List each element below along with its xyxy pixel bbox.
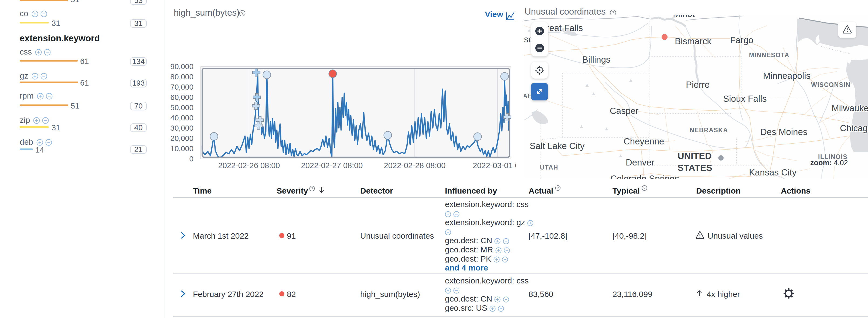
svg-text:70,000: 70,000 [170, 83, 193, 91]
svg-text:40,000: 40,000 [170, 114, 193, 122]
svg-text:80,000: 80,000 [170, 73, 193, 81]
svg-text:?: ? [644, 186, 645, 190]
svg-text:20,000: 20,000 [170, 134, 193, 143]
svg-text:30,000: 30,000 [170, 124, 193, 132]
svg-text:2022-02-27 08:00: 2022-02-27 08:00 [301, 161, 363, 170]
svg-text:50,000: 50,000 [170, 104, 193, 112]
svg-text:2022-02-26 08:00: 2022-02-26 08:00 [218, 161, 280, 170]
svg-text:2022-02-28 08:00: 2022-02-28 08:00 [384, 161, 446, 170]
svg-text:?: ? [612, 10, 614, 15]
svg-text:0: 0 [189, 155, 193, 163]
svg-text:60,000: 60,000 [170, 93, 193, 102]
svg-text:?: ? [557, 186, 559, 190]
svg-text:2022-03-01 08:00: 2022-03-01 08:00 [473, 161, 516, 170]
svg-text:90,000: 90,000 [170, 62, 193, 71]
svg-text:10,000: 10,000 [170, 144, 193, 153]
svg-text:?: ? [241, 11, 243, 16]
svg-text:?: ? [311, 187, 313, 191]
